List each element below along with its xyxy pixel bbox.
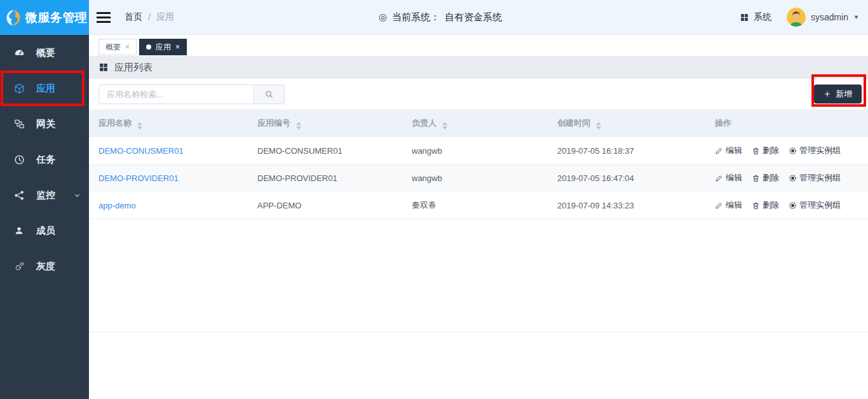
table-row: app-demo APP-DEMO 秦双春 2019-07-09 14:33:2… [89,192,868,219]
tab-overview[interactable]: 概要 × [98,39,137,55]
avatar [787,8,806,27]
column-label: 应用名称 [98,118,132,128]
delete-button[interactable]: 删除 [752,172,779,184]
breadcrumb: 首页 / 应用 [125,11,174,23]
column-label: 创建时间 [557,118,590,128]
edit-label: 编辑 [726,145,742,156]
sidebar-item-label: 灰度 [36,260,55,273]
app-created: 2019-07-05 16:18:37 [557,146,634,156]
toolbar: 新增 [89,79,868,109]
column-header-created[interactable]: 创建时间 [548,118,705,130]
sidebar-item-gateway[interactable]: 网关 [0,106,89,142]
column-label: 操作 [715,118,731,128]
edit-button[interactable]: 编辑 [715,145,742,156]
manage-instances-button[interactable]: 管理实例组 [789,200,841,211]
app-owner: wangwb [412,146,442,156]
app-logo[interactable]: 微服务管理 [0,0,89,35]
tab-app[interactable]: 应用 × [139,39,187,55]
sidebar-item-label: 应用 [36,83,55,95]
gears-icon [13,260,25,272]
sidebar-item-grayscale[interactable]: 灰度 [0,248,89,284]
delete-label: 删除 [763,172,779,184]
manage-label: 管理实例组 [799,200,841,211]
search-button[interactable] [254,85,285,104]
sidebar-item-monitor[interactable]: 监控 [0,177,89,213]
column-header-name[interactable]: 应用名称 [89,118,248,130]
app-code: APP-DEMO [257,201,301,210]
monitor-icon [13,189,25,201]
search-icon [264,90,274,99]
edit-button[interactable]: 编辑 [715,172,742,184]
app-table: 应用名称 应用编号 负责人 创建时间 操作 DEMO-CONUSMER01 DE… [89,109,868,332]
sidebar-item-members[interactable]: 成员 [0,213,89,248]
sort-icon[interactable] [596,122,601,130]
edit-label: 编辑 [726,200,742,211]
app-name-link[interactable]: DEMO-PROVIDER01 [98,173,179,183]
app-owner: 秦双春 [412,200,437,210]
delete-button[interactable]: 删除 [752,145,779,156]
sidebar-item-label: 监控 [36,189,55,201]
breadcrumb-home[interactable]: 首页 [125,11,142,23]
search-input[interactable] [98,85,254,104]
app-name-link[interactable]: DEMO-CONUSMER01 [98,146,184,156]
topbar: 首页 / 应用 ◎ 当前系统：自有资金系统 系统 sysadmin ▼ [89,0,868,35]
manage-label: 管理实例组 [799,145,841,156]
sidebar-item-label: 网关 [36,118,55,130]
close-icon[interactable]: × [175,43,180,51]
add-button-label: 新增 [836,88,852,100]
sidebar-item-label: 概要 [36,47,55,59]
sidebar-item-app[interactable]: 应用 [0,71,89,106]
member-icon [13,225,25,236]
app-name-link[interactable]: app-demo [98,201,136,210]
clock-icon [13,154,25,165]
manage-instances-button[interactable]: 管理实例组 [789,172,841,184]
sidebar-item-label: 任务 [36,154,55,166]
sidebar-item-label: 成员 [36,225,55,237]
app-title: 微服务管理 [25,10,88,26]
app-created: 2019-07-09 14:33:23 [557,201,634,210]
manage-label: 管理实例组 [799,172,841,184]
breadcrumb-current: 应用 [156,11,174,23]
eye-icon: ◎ [379,11,387,23]
table-row: DEMO-PROVIDER01 DEMO-PROVIDER01 wangwb 2… [89,165,868,192]
app-owner: wangwb [412,173,442,183]
topbar-right: 系统 sysadmin ▼ [740,8,859,27]
app-created: 2019-07-05 16:47:04 [557,173,634,183]
current-system-value: 自有资金系统 [445,11,502,24]
grid-icon [740,13,749,22]
manage-instances-button[interactable]: 管理实例组 [789,145,841,156]
sort-icon[interactable] [296,122,301,130]
table-row: DEMO-CONUSMER01 DEMO-CONSUMER01 wangwb 2… [89,137,868,165]
main-content: 概要 × 应用 × 应用列表 新增 [89,35,868,399]
sidebar: 微服务管理 概要 应用 网关 任务 [0,0,89,399]
hamburger-menu-icon[interactable] [95,7,112,28]
sidebar-menu: 概要 应用 网关 任务 监控 [0,35,89,284]
sidebar-item-tasks[interactable]: 任务 [0,142,89,177]
close-icon[interactable]: × [125,43,130,51]
column-label: 负责人 [412,118,437,128]
sort-icon[interactable] [442,122,447,130]
delete-label: 删除 [763,200,779,211]
column-header-owner[interactable]: 负责人 [402,118,548,130]
system-menu[interactable]: 系统 [740,11,771,23]
chevron-down-icon [73,191,81,200]
tab-bar: 概要 × 应用 × [89,35,868,56]
edit-label: 编辑 [726,172,742,184]
sidebar-item-overview[interactable]: 概要 [0,35,89,71]
tab-label: 应用 [156,42,171,53]
sort-icon[interactable] [137,122,142,130]
delete-label: 删除 [763,145,779,156]
card-bottom-divider [89,219,868,332]
active-dot-icon [146,44,151,50]
user-menu[interactable]: sysadmin ▼ [787,8,859,27]
plus-icon [824,90,831,98]
dashboard-icon [13,47,25,58]
column-label: 应用编号 [257,118,290,128]
delete-button[interactable]: 删除 [752,200,779,211]
edit-button[interactable]: 编辑 [715,200,742,211]
column-header-actions: 操作 [705,118,868,129]
add-button[interactable]: 新增 [814,85,862,104]
section-title: 应用列表 [114,62,153,74]
column-header-code[interactable]: 应用编号 [248,118,402,130]
username: sysadmin [811,12,848,22]
